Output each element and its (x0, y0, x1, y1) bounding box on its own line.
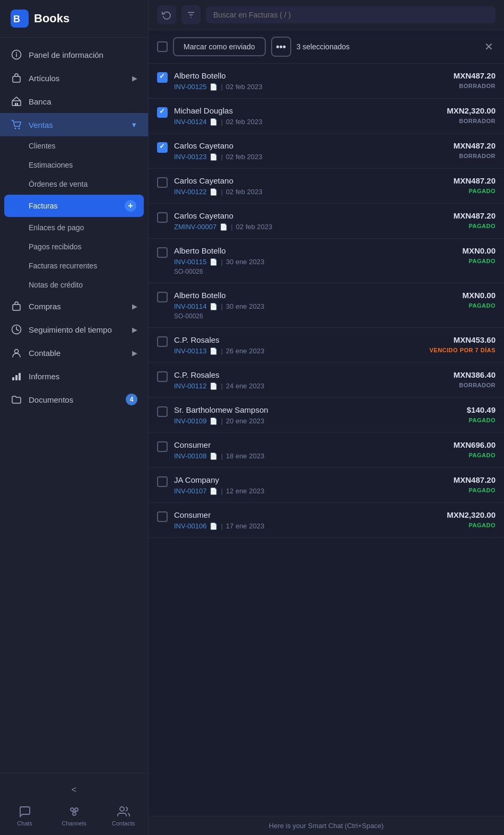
sidebar-item-panel[interactable]: Panel de información (0, 43, 148, 66)
invoice-right-2: MXN487.20 BORRADOR (454, 141, 496, 159)
bottom-nav: Chats Channels (0, 800, 148, 829)
invoice-meta-5: INV-00115 📄 | 30 ene 2023 (174, 258, 456, 266)
invoice-id-4[interactable]: ZMINV-00007 (174, 223, 216, 231)
status-badge-11: PAGADO (454, 487, 496, 493)
table-row[interactable]: Consumer INV-00106 📄 | 17 ene 2023 MXN2,… (149, 503, 504, 538)
invoice-name-6: Alberto Botello (174, 291, 456, 300)
table-row[interactable]: C.P. Rosales INV-00113 📄 | 26 ene 2023 M… (149, 328, 504, 363)
mark-sent-button[interactable]: Marcar como enviado (173, 37, 266, 56)
sidebar-item-banca[interactable]: Banca (0, 90, 148, 113)
invoice-right-7: MXN453.60 VENCIDO POR 7 DÍAS (429, 335, 496, 353)
sidebar-item-informes[interactable]: Informes (0, 364, 148, 388)
sidebar-sub-recurrentes[interactable]: Facturas recurrentes (0, 256, 148, 275)
invoice-info-5: Alberto Botello INV-00115 📄 | 30 ene 202… (174, 246, 456, 275)
add-factura-icon[interactable]: + (125, 200, 136, 212)
sidebar-sub-ordenes[interactable]: Órdenes de venta (0, 175, 148, 194)
invoice-id-7[interactable]: INV-00113 (174, 347, 206, 355)
invoice-meta-10: INV-00108 📄 | 18 ene 2023 (174, 452, 447, 460)
filter-button[interactable] (181, 5, 201, 24)
invoice-meta-0: INV-00125 📄 | 02 feb 2023 (174, 83, 447, 91)
more-options-button[interactable]: ••• (271, 37, 291, 57)
sidebar-item-seguimiento[interactable]: Seguimiento del tiempo ▶ (0, 318, 148, 341)
select-all-checkbox[interactable] (157, 41, 168, 52)
table-row[interactable]: Alberto Botello INV-00115 📄 | 30 ene 202… (149, 239, 504, 283)
invoice-name-0: Alberto Botello (174, 71, 447, 80)
invoice-meta-11: INV-00107 📄 | 12 ene 2023 (174, 487, 447, 495)
invoice-id-9[interactable]: INV-00109 (174, 417, 206, 425)
invoice-checkbox-11[interactable] (157, 476, 168, 487)
invoice-id-0[interactable]: INV-00125 (174, 83, 206, 91)
sidebar-sub-enlaces[interactable]: Enlaces de pago (0, 218, 148, 237)
invoice-checkbox-9[interactable] (157, 406, 168, 417)
invoice-id-10[interactable]: INV-00108 (174, 452, 206, 460)
invoice-checkbox-5[interactable] (157, 247, 168, 258)
bottom-nav-channels[interactable]: Channels (49, 805, 99, 827)
invoice-checkbox-6[interactable] (157, 292, 168, 302)
invoice-amount-7: MXN453.60 (429, 335, 496, 344)
separator-12: | (221, 522, 222, 530)
table-row[interactable]: Consumer INV-00108 📄 | 18 ene 2023 MXN69… (149, 433, 504, 468)
invoice-info-8: C.P. Rosales INV-00112 📄 | 24 ene 2023 (174, 370, 447, 390)
clear-selection-button[interactable]: ✕ (482, 38, 496, 55)
invoice-name-5: Alberto Botello (174, 246, 456, 255)
bottom-nav-contacts[interactable]: Contacts (99, 805, 148, 827)
invoice-id-2[interactable]: INV-00123 (174, 153, 206, 161)
invoice-checkbox-10[interactable] (157, 441, 168, 452)
invoice-date-0: 02 feb 2023 (226, 83, 263, 91)
table-row[interactable]: JA Company INV-00107 📄 | 12 ene 2023 MXN… (149, 468, 504, 503)
sidebar-sub-clientes[interactable]: Clientes (0, 136, 148, 155)
sidebar-collapse-button[interactable]: < (0, 780, 148, 800)
bag-icon (11, 72, 22, 84)
person-icon (11, 347, 22, 359)
invoice-id-3[interactable]: INV-00122 (174, 188, 206, 196)
filter-icon (186, 10, 196, 20)
table-row[interactable]: Sr. Bartholomew Sampson INV-00109 📄 | 20… (149, 398, 504, 433)
table-row[interactable]: Michael Douglas INV-00124 📄 | 02 feb 202… (149, 99, 504, 134)
invoice-id-1[interactable]: INV-00124 (174, 118, 206, 126)
invoice-info-6: Alberto Botello INV-00114 📄 | 30 ene 202… (174, 291, 456, 320)
sidebar-item-articulos[interactable]: Artículos ▶ (0, 66, 148, 90)
sidebar-sub-estimaciones[interactable]: Estimaciones (0, 155, 148, 175)
invoice-checkbox-2[interactable] (157, 142, 168, 153)
main-content: Marcar como enviado ••• 3 seleccionados … (149, 0, 504, 835)
invoice-id-8[interactable]: INV-00112 (174, 382, 206, 390)
invoice-checkbox-4[interactable] (157, 212, 168, 223)
invoice-checkbox-8[interactable] (157, 371, 168, 382)
svg-point-18 (75, 808, 78, 811)
sidebar-item-documentos-label: Documentos (29, 395, 73, 404)
invoice-meta-3: INV-00122 📄 | 02 feb 2023 (174, 188, 447, 196)
table-row[interactable]: Carlos Cayetano INV-00123 📄 | 02 feb 202… (149, 134, 504, 169)
sidebar-item-ventas[interactable]: Ventas ▼ (0, 113, 148, 136)
bottom-nav-chats[interactable]: Chats (0, 805, 49, 827)
status-badge-2: BORRADOR (454, 153, 496, 159)
invoice-id-11[interactable]: INV-00107 (174, 487, 206, 495)
invoice-meta-8: INV-00112 📄 | 24 ene 2023 (174, 382, 447, 390)
svg-point-4 (16, 53, 17, 54)
sidebar-item-documentos[interactable]: Documentos 4 (0, 388, 148, 411)
table-row[interactable]: C.P. Rosales INV-00112 📄 | 24 ene 2023 M… (149, 363, 504, 398)
status-badge-6: PAGADO (462, 302, 496, 309)
sidebar-sub-facturas[interactable]: Facturas + (4, 195, 144, 217)
table-row[interactable]: Carlos Cayetano ZMINV-00007 📄 | 02 feb 2… (149, 204, 504, 239)
sidebar-sub-pagos[interactable]: Pagos recibidos (0, 237, 148, 256)
invoice-checkbox-1[interactable] (157, 107, 168, 118)
invoice-checkbox-7[interactable] (157, 336, 168, 347)
sidebar-item-compras[interactable]: Compras ▶ (0, 294, 148, 318)
invoice-ref-6: SO-00026 (174, 312, 456, 320)
invoice-id-5[interactable]: INV-00115 (174, 258, 206, 266)
invoice-checkbox-0[interactable] (157, 72, 168, 83)
table-row[interactable]: Alberto Botello INV-00125 📄 | 02 feb 202… (149, 64, 504, 99)
table-row[interactable]: Carlos Cayetano INV-00122 📄 | 02 feb 202… (149, 169, 504, 204)
sidebar-sub-pagos-label: Pagos recibidos (29, 242, 82, 251)
history-button[interactable] (157, 5, 176, 24)
invoice-checkbox-12[interactable] (157, 511, 168, 522)
table-row[interactable]: Alberto Botello INV-00114 📄 | 30 ene 202… (149, 283, 504, 328)
invoice-id-6[interactable]: INV-00114 (174, 302, 206, 310)
search-input-wrapper[interactable] (206, 6, 496, 23)
sidebar-sub-credito[interactable]: Notas de crédito (0, 275, 148, 294)
search-input[interactable] (213, 11, 488, 19)
invoice-id-12[interactable]: INV-00106 (174, 522, 206, 530)
invoice-checkbox-3[interactable] (157, 177, 168, 188)
status-badge-3: PAGADO (454, 188, 496, 194)
sidebar-item-contable[interactable]: Contable ▶ (0, 341, 148, 364)
